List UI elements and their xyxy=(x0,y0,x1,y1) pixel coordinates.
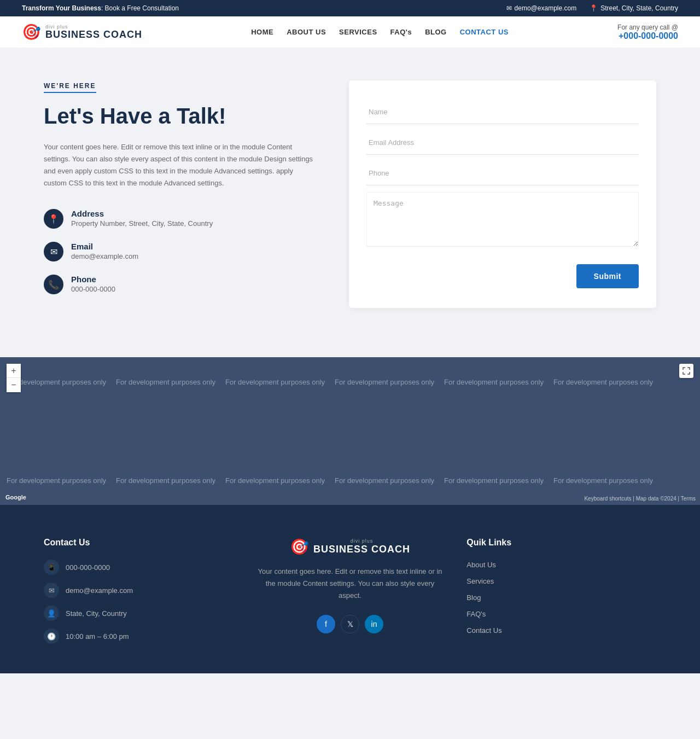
footer-logo-icon: 🎯 xyxy=(290,538,309,556)
footer-email-value: demo@example.com xyxy=(66,586,133,595)
phone-label: Phone xyxy=(71,275,115,284)
map-dev-text-7: For development purposes only xyxy=(0,476,109,485)
linkedin-button[interactable]: in xyxy=(365,615,383,633)
submit-button[interactable]: Submit xyxy=(576,264,639,288)
footer-email-icon: ✉ xyxy=(44,583,59,598)
footer-links-col: Quik Links About Us Services Blog FAQ's … xyxy=(466,538,656,651)
address-icon: 📍 xyxy=(44,209,63,229)
top-bar: Transform Your Business: Book a Free Con… xyxy=(0,0,700,16)
map-zoom-out[interactable]: − xyxy=(7,378,21,392)
map-dev-text-8: For development purposes only xyxy=(109,476,219,485)
footer-logo-text: divi plus BUSINESS COACH xyxy=(313,538,410,555)
nav-contact[interactable]: CONTACT US xyxy=(460,28,509,36)
top-bar-email: ✉ demo@example.com xyxy=(506,4,577,12)
footer-link-faqs[interactable]: FAQ's xyxy=(466,609,656,619)
footer-location-icon: 👤 xyxy=(44,606,59,621)
email-value: demo@example.com xyxy=(71,252,138,260)
email-input[interactable] xyxy=(366,131,639,155)
footer-hours-icon: 🕐 xyxy=(44,629,59,644)
top-bar-address: 📍 Street, City, State, Country xyxy=(590,4,678,12)
contact-form-container: Submit xyxy=(349,80,656,308)
logo: 🎯 divi plus BUSINESS COACH xyxy=(22,23,142,41)
main-nav: HOME ABOUT US SERVICES FAQ's BLOG CONTAC… xyxy=(251,28,509,36)
footer-social: f 𝕏 in xyxy=(255,615,445,633)
phone-icon: 📞 xyxy=(44,275,63,294)
email-icon: ✉ xyxy=(506,4,512,12)
header: 🎯 divi plus BUSINESS COACH HOME ABOUT US… xyxy=(0,16,700,48)
logo-icon: 🎯 xyxy=(22,23,41,41)
map-dev-text-10: For development purposes only xyxy=(328,476,438,485)
footer-link-blog[interactable]: Blog xyxy=(466,592,656,602)
phone-info: Phone 000-000-0000 xyxy=(71,275,115,293)
promo-link[interactable]: Book a Free Consultation xyxy=(105,4,179,12)
footer-location-value: State, City, Country xyxy=(66,609,127,618)
footer-logo-divi: divi plus xyxy=(313,538,410,544)
footer-link-about[interactable]: About Us xyxy=(466,560,656,569)
footer: Contact Us 📱 000-000-0000 ✉ demo@example… xyxy=(0,505,700,673)
map-dev-text-4: For development purposes only xyxy=(328,378,438,386)
footer-location: 👤 State, City, Country xyxy=(44,606,234,621)
nav-home[interactable]: HOME xyxy=(251,28,273,36)
email-item: ✉ Email demo@example.com xyxy=(44,242,316,261)
map-dev-text-2: For development purposes only xyxy=(109,378,219,386)
phone-item: 📞 Phone 000-000-0000 xyxy=(44,275,316,294)
address-info: Address Property Number, Street, City, S… xyxy=(71,209,213,228)
footer-email: ✉ demo@example.com xyxy=(44,583,234,598)
header-phone: +000-000-0000 xyxy=(617,31,678,41)
footer-phone-value: 000-000-0000 xyxy=(66,563,110,572)
map-zoom-in[interactable]: + xyxy=(7,364,21,378)
footer-link-services[interactable]: Services xyxy=(466,576,656,586)
header-contact-info: For any query call @ +000-000-0000 xyxy=(617,24,678,41)
address-item: 📍 Address Property Number, Street, City,… xyxy=(44,209,316,229)
footer-contact-col: Contact Us 📱 000-000-0000 ✉ demo@example… xyxy=(44,538,234,651)
map-dev-text-9: For development purposes only xyxy=(219,476,328,485)
contact-left: WE'RE HERE Let's Have a Talk! Your conte… xyxy=(44,80,316,307)
footer-link-contact[interactable]: Contact Us xyxy=(466,625,656,635)
section-label: WE'RE HERE xyxy=(44,82,96,93)
footer-phone: 📱 000-000-0000 xyxy=(44,560,234,575)
footer-phone-icon: 📱 xyxy=(44,560,59,575)
promo-text: Transform Your Business xyxy=(22,4,101,12)
address-label: Address xyxy=(71,209,213,218)
footer-hours-value: 10:00 am – 6:00 pm xyxy=(66,632,129,641)
map-dev-text-11: For development purposes only xyxy=(438,476,547,485)
name-input[interactable] xyxy=(366,100,639,124)
footer-logo: 🎯 divi plus BUSINESS COACH xyxy=(255,538,445,556)
footer-logo-brand: BUSINESS COACH xyxy=(313,544,410,555)
nav-services[interactable]: SERVICES xyxy=(339,28,377,36)
twitter-button[interactable]: 𝕏 xyxy=(341,615,359,633)
footer-description: Your content goes here. Edit or remove t… xyxy=(255,566,445,602)
contact-section: WE'RE HERE Let's Have a Talk! Your conte… xyxy=(0,48,700,357)
phone-input[interactable] xyxy=(366,161,639,185)
location-icon: 📍 xyxy=(590,4,598,12)
nav-about[interactable]: ABOUT US xyxy=(287,28,326,36)
address-value: Property Number, Street, City, State, Co… xyxy=(71,219,213,228)
map-section: For development purposes only For develo… xyxy=(0,357,700,505)
top-bar-right: ✉ demo@example.com 📍 Street, City, State… xyxy=(506,4,678,12)
map-fullscreen-button[interactable] xyxy=(679,364,693,378)
footer-hours: 🕐 10:00 am – 6:00 pm xyxy=(44,629,234,644)
email-label: Email xyxy=(71,242,138,251)
footer-center-col: 🎯 divi plus BUSINESS COACH Your content … xyxy=(255,538,445,651)
logo-text: divi plus BUSINESS COACH xyxy=(45,25,142,39)
map-row-mid xyxy=(0,406,700,456)
logo-brand: BUSINESS COACH xyxy=(45,30,142,39)
map-dev-text-3: For development purposes only xyxy=(219,378,328,386)
query-label: For any query call @ xyxy=(617,24,678,31)
map-row-top: For development purposes only For develo… xyxy=(0,357,700,406)
phone-value: 000-000-0000 xyxy=(71,285,115,293)
email-icon: ✉ xyxy=(44,242,63,261)
map-zoom-controls: + − xyxy=(7,364,21,392)
nav-blog[interactable]: BLOG xyxy=(425,28,447,36)
email-info: Email demo@example.com xyxy=(71,242,138,260)
footer-links-title: Quik Links xyxy=(466,538,656,548)
map-dev-text-5: For development purposes only xyxy=(438,378,547,386)
top-bar-promo: Transform Your Business: Book a Free Con… xyxy=(22,4,179,12)
footer-links-list: About Us Services Blog FAQ's Contact Us xyxy=(466,560,656,635)
map-dev-text-6: For development purposes only xyxy=(547,378,656,386)
map-attribution: Keyboard shortcuts | Map data ©2024 | Te… xyxy=(584,496,696,502)
facebook-button[interactable]: f xyxy=(317,615,335,633)
message-input[interactable] xyxy=(366,192,639,247)
nav-faqs[interactable]: FAQ's xyxy=(390,28,412,36)
map-overlay: For development purposes only For develo… xyxy=(0,357,700,505)
